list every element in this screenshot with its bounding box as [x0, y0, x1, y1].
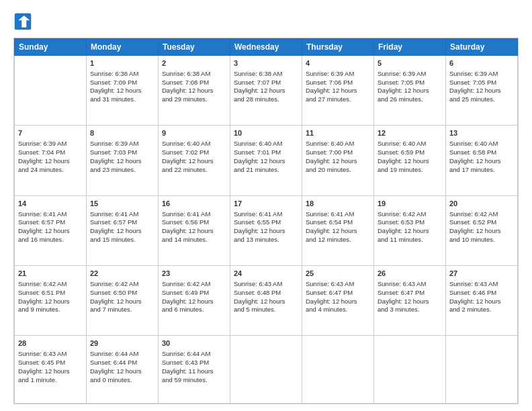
day-info-line: Daylight: 12 hours — [449, 298, 514, 306]
day-info-line: Daylight: 12 hours — [449, 157, 514, 166]
calendar: SundayMondayTuesdayWednesdayThursdayFrid… — [13, 38, 519, 404]
day-info-line: Daylight: 12 hours — [306, 227, 370, 236]
day-info-line: Sunrise: 6:43 AM — [18, 350, 83, 359]
day-info-line: Sunset: 6:59 PM — [378, 148, 442, 157]
day-info-line: and 1 minute. — [18, 376, 83, 385]
day-info-line: and 24 minutes. — [18, 166, 83, 175]
day-info-line: Sunrise: 6:41 AM — [306, 210, 370, 219]
cal-cell-29: 29Sunrise: 6:44 AMSunset: 6:44 PMDayligh… — [87, 336, 159, 404]
day-info-line: Daylight: 12 hours — [234, 298, 298, 306]
day-number: 17 — [234, 199, 298, 209]
day-info-line: Daylight: 12 hours — [306, 157, 370, 166]
day-info-line: Sunrise: 6:44 AM — [162, 350, 226, 359]
day-header-tuesday: Tuesday — [159, 39, 230, 56]
day-number: 16 — [162, 199, 226, 209]
day-info-line: and 15 minutes. — [90, 236, 154, 244]
day-info-line: Daylight: 12 hours — [306, 298, 370, 306]
day-header-monday: Monday — [87, 39, 159, 56]
day-info-line: and 29 minutes. — [162, 95, 226, 104]
cal-cell-5: 5Sunrise: 6:39 AMSunset: 7:05 PMDaylight… — [374, 56, 446, 126]
day-info-line: and 2 minutes. — [449, 306, 514, 314]
day-info-line: Sunset: 6:49 PM — [162, 289, 226, 298]
day-info-line: Sunrise: 6:39 AM — [449, 70, 514, 79]
day-number: 26 — [378, 269, 442, 279]
day-info-line: Sunrise: 6:41 AM — [234, 210, 298, 219]
cal-cell-12: 12Sunrise: 6:40 AMSunset: 6:59 PMDayligh… — [374, 126, 446, 195]
day-info-line: Daylight: 12 hours — [90, 227, 154, 236]
day-info-line: and 13 minutes. — [234, 236, 298, 244]
day-info-line: Sunrise: 6:40 AM — [162, 140, 226, 148]
day-info-line: Daylight: 12 hours — [306, 87, 370, 95]
day-info-line: Sunset: 6:55 PM — [234, 218, 298, 227]
cal-cell-3: 3Sunrise: 6:38 AMSunset: 7:07 PMDaylight… — [230, 56, 302, 126]
day-info-line: Daylight: 12 hours — [162, 227, 226, 236]
day-info-line: Sunset: 6:54 PM — [306, 218, 370, 227]
day-info-line: Daylight: 12 hours — [90, 87, 154, 95]
day-info-line: Sunset: 7:02 PM — [162, 148, 226, 157]
cal-cell-2: 2Sunrise: 6:38 AMSunset: 7:08 PMDaylight… — [159, 56, 230, 126]
day-info-line: Daylight: 12 hours — [378, 298, 442, 306]
day-info-line: Sunset: 6:47 PM — [378, 289, 442, 298]
day-number: 8 — [90, 128, 154, 138]
day-number: 25 — [306, 269, 370, 279]
day-info-line: Sunrise: 6:44 AM — [90, 350, 154, 359]
day-number: 23 — [162, 269, 226, 279]
day-number: 20 — [449, 199, 514, 209]
day-info-line: and 14 minutes. — [162, 236, 226, 244]
day-info-line: Daylight: 12 hours — [90, 298, 154, 306]
day-info-line: Daylight: 12 hours — [18, 227, 83, 236]
week-row: 1Sunrise: 6:38 AMSunset: 7:09 PMDaylight… — [15, 56, 518, 126]
day-info-line: and 20 minutes. — [306, 166, 370, 175]
day-info-line: Sunset: 6:56 PM — [162, 218, 226, 227]
day-info-line: Daylight: 12 hours — [18, 367, 83, 376]
day-info-line: and 11 minutes. — [378, 236, 442, 244]
day-number: 5 — [378, 58, 442, 68]
day-info-line: and 10 minutes. — [449, 236, 514, 244]
day-info-line: and 23 minutes. — [90, 166, 154, 175]
day-info-line: Sunset: 6:53 PM — [378, 218, 442, 227]
cal-cell-7: 7Sunrise: 6:39 AMSunset: 7:04 PMDaylight… — [15, 126, 87, 195]
day-info-line: Sunrise: 6:39 AM — [306, 70, 370, 79]
day-info-line: Daylight: 12 hours — [90, 157, 154, 166]
cal-cell-empty — [15, 56, 87, 126]
day-info-line: and 28 minutes. — [234, 95, 298, 104]
cal-cell-8: 8Sunrise: 6:39 AMSunset: 7:03 PMDaylight… — [87, 126, 159, 195]
cal-cell-11: 11Sunrise: 6:40 AMSunset: 7:00 PMDayligh… — [302, 126, 374, 195]
header — [13, 12, 519, 31]
day-info-line: and 59 minutes. — [162, 376, 226, 385]
cal-cell-14: 14Sunrise: 6:41 AMSunset: 6:57 PMDayligh… — [15, 195, 87, 265]
day-info-line: Daylight: 12 hours — [449, 227, 514, 236]
cal-cell-30: 30Sunrise: 6:44 AMSunset: 6:43 PMDayligh… — [159, 336, 230, 404]
day-number: 29 — [90, 338, 154, 349]
day-info-line: Sunset: 7:09 PM — [90, 79, 154, 87]
cal-cell-19: 19Sunrise: 6:42 AMSunset: 6:53 PMDayligh… — [374, 195, 446, 265]
day-info-line: Sunset: 7:04 PM — [18, 148, 83, 157]
day-info-line: and 12 minutes. — [306, 236, 370, 244]
day-header-sunday: Sunday — [15, 39, 87, 56]
day-info-line: Sunrise: 6:39 AM — [90, 140, 154, 148]
day-info-line: Sunrise: 6:40 AM — [378, 140, 442, 148]
cal-cell-27: 27Sunrise: 6:43 AMSunset: 6:46 PMDayligh… — [446, 266, 518, 336]
day-info-line: Daylight: 12 hours — [18, 298, 83, 306]
cal-cell-25: 25Sunrise: 6:43 AMSunset: 6:47 PMDayligh… — [302, 266, 374, 336]
day-info-line: Sunrise: 6:41 AM — [18, 210, 83, 219]
cal-cell-6: 6Sunrise: 6:39 AMSunset: 7:05 PMDaylight… — [446, 56, 518, 126]
day-number: 9 — [162, 128, 226, 138]
cal-cell-24: 24Sunrise: 6:43 AMSunset: 6:48 PMDayligh… — [230, 266, 302, 336]
day-info-line: and 3 minutes. — [378, 306, 442, 314]
day-info-line: and 31 minutes. — [90, 95, 154, 104]
day-info-line: Sunset: 6:45 PM — [18, 359, 83, 367]
day-info-line: Sunrise: 6:42 AM — [449, 210, 514, 219]
day-info-line: Sunrise: 6:43 AM — [449, 280, 514, 289]
day-info-line: Daylight: 12 hours — [162, 298, 226, 306]
cal-cell-empty — [446, 336, 518, 404]
day-info-line: Sunset: 6:57 PM — [18, 218, 83, 227]
day-info-line: Sunset: 7:01 PM — [234, 148, 298, 157]
day-info-line: Daylight: 12 hours — [378, 87, 442, 95]
day-number: 6 — [449, 58, 514, 68]
day-info-line: Daylight: 11 hours — [162, 367, 226, 376]
cal-cell-16: 16Sunrise: 6:41 AMSunset: 6:56 PMDayligh… — [159, 195, 230, 265]
day-info-line: Daylight: 12 hours — [378, 227, 442, 236]
day-number: 19 — [378, 199, 442, 209]
day-info-line: Sunrise: 6:38 AM — [162, 70, 226, 79]
